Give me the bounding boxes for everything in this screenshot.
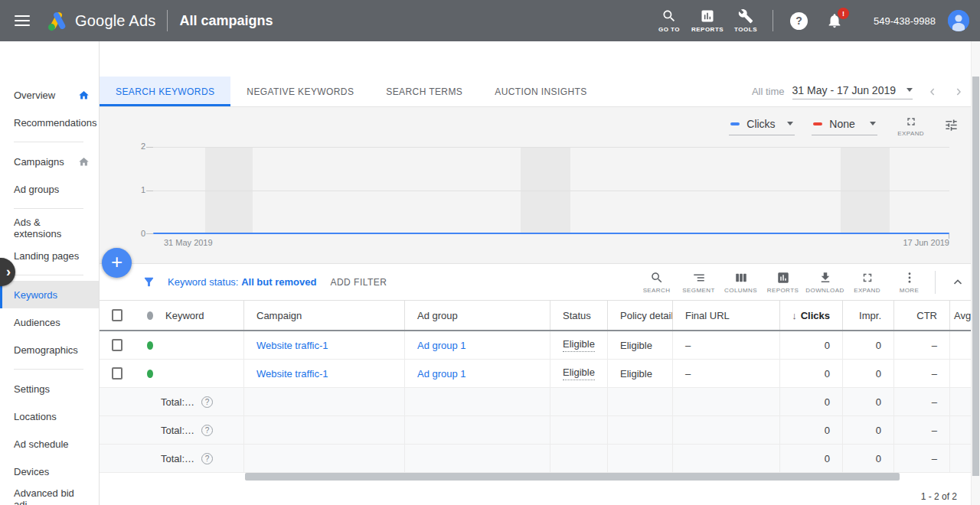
filter-funnel-icon	[142, 275, 155, 288]
gridline	[153, 147, 949, 148]
campaign-link[interactable]: Website traffic-1	[256, 368, 328, 380]
next-period-button[interactable]	[952, 86, 965, 98]
sidebar-item-locations[interactable]: Locations	[0, 402, 99, 430]
clicks-series-line	[153, 233, 949, 234]
select-all-checkbox[interactable]	[112, 309, 122, 321]
tab-auction-insights[interactable]: AUCTION INSIGHTS	[479, 77, 603, 106]
ad-group-link[interactable]: Ad group 1	[417, 368, 466, 380]
column-header-final-url[interactable]: Final URL	[672, 301, 779, 330]
help-icon: ?	[790, 12, 808, 30]
sidebar-item-demographics[interactable]: Demographics	[0, 336, 99, 363]
column-header-keyword[interactable]: Keyword	[165, 301, 243, 330]
x-axis-start-label: 31 May 2019	[153, 238, 213, 247]
reports-tool-button[interactable]: REPORTS	[762, 271, 804, 294]
campaign-link[interactable]: Website traffic-1	[256, 340, 328, 351]
status-value[interactable]: Eligible	[563, 338, 595, 352]
home-icon	[78, 90, 90, 101]
status-dot-header-icon	[147, 311, 153, 320]
help-icon[interactable]: ?	[201, 425, 213, 436]
toolbar-divider	[935, 271, 936, 294]
sidebar-item-ad-schedule[interactable]: Ad schedule	[0, 430, 99, 458]
search-icon	[662, 8, 677, 24]
expand-tool-button[interactable]: EXPAND	[846, 271, 888, 294]
sidebar-item-advanced-bid-adj[interactable]: Advanced bid adj.	[0, 485, 99, 505]
user-avatar[interactable]	[948, 10, 969, 31]
segment-tool-button[interactable]: SEGMENT	[678, 271, 720, 294]
tab-search-keywords[interactable]: SEARCH KEYWORDS	[100, 77, 230, 106]
metric-1-selector[interactable]: Clicks	[729, 118, 795, 135]
sidebar-item-audiences[interactable]: Audiences	[0, 308, 99, 336]
header-spacer	[100, 41, 980, 77]
tab-negative-keywords[interactable]: NEGATIVE KEYWORDS	[230, 77, 370, 106]
column-header-policy-details[interactable]: Policy details	[607, 301, 672, 330]
sidebar-item-keywords[interactable]: Keywords	[0, 281, 99, 308]
help-icon[interactable]: ?	[201, 453, 213, 464]
expand-icon	[861, 271, 874, 285]
total-impressions-value: 0	[842, 388, 893, 415]
sort-descending-icon: ↓	[792, 310, 797, 321]
vertical-scrollbar-thumb[interactable]	[972, 77, 979, 476]
tools-button[interactable]: TOOLS	[727, 8, 765, 33]
column-header-status[interactable]: Status	[550, 301, 607, 330]
chart-controls: Clicks None EXPAND	[100, 107, 980, 141]
status-dot-enabled-icon	[147, 370, 153, 378]
menu-icon[interactable]	[15, 15, 30, 26]
chart-expand-button[interactable]: EXPAND	[897, 116, 924, 137]
tab-search-terms[interactable]: SEARCH TERMS	[370, 77, 479, 106]
sidebar-item-overview[interactable]: Overview	[0, 81, 99, 109]
sidebar-item-landing-pages[interactable]: Landing pages	[0, 242, 99, 269]
y-axis-label: 2	[100, 142, 145, 151]
notification-badge: !	[838, 8, 849, 19]
column-header-ctr[interactable]: CTR	[893, 301, 949, 330]
add-keyword-fab-button[interactable]: +	[102, 248, 132, 278]
y-axis-label: 1	[100, 185, 145, 194]
sidebar-item-ad-groups[interactable]: Ad groups	[0, 175, 99, 203]
notifications-button[interactable]: !	[826, 12, 843, 29]
column-header-ad-group[interactable]: Ad group	[404, 301, 550, 330]
metric-2-selector[interactable]: None	[812, 118, 877, 135]
row-checkbox[interactable]	[112, 367, 122, 380]
column-header-campaign[interactable]: Campaign	[243, 301, 404, 330]
search-tool-button[interactable]: SEARCH	[635, 271, 678, 294]
collapse-table-button[interactable]	[951, 275, 965, 289]
row-checkbox[interactable]	[112, 339, 122, 351]
date-range-selector[interactable]: 31 May - 17 Jun 2019	[792, 84, 913, 99]
final-url-value: –	[672, 331, 779, 359]
help-icon[interactable]: ?	[201, 396, 213, 408]
download-tool-button[interactable]: DOWNLOAD	[804, 271, 846, 294]
columns-tool-button[interactable]: COLUMNS	[720, 271, 762, 294]
topbar-divider	[773, 10, 773, 31]
status-dot-enabled-icon	[147, 341, 153, 350]
sidebar-item-campaigns[interactable]: Campaigns	[0, 148, 99, 175]
x-axis-end-tick	[949, 234, 949, 239]
column-header-impressions[interactable]: Impr.	[842, 301, 893, 330]
goto-search-button[interactable]: GO TO	[650, 8, 688, 33]
total-label: Total:…	[161, 396, 194, 408]
impressions-value: 0	[842, 360, 893, 387]
previous-period-button[interactable]	[926, 86, 939, 98]
column-header-clicks[interactable]: ↓ Clicks	[779, 301, 842, 330]
filter-toolbar-row: Keyword status: All but removed ADD FILT…	[100, 264, 980, 301]
keyword-status-filter-chip[interactable]: Keyword status: All but removed	[168, 276, 316, 288]
horizontal-scrollbar-thumb[interactable]	[245, 473, 900, 481]
sidebar-item-ads-extensions[interactable]: Ads & extensions	[0, 214, 99, 242]
x-axis-labels: 31 May 2019 17 Jun 2019	[153, 238, 949, 247]
chart-settings-button[interactable]	[944, 118, 959, 132]
total-label: Total:…	[161, 425, 194, 436]
total-clicks-value: 0	[779, 388, 842, 415]
sidebar-divider	[14, 369, 83, 370]
add-filter-button[interactable]: ADD FILTER	[330, 277, 387, 288]
expand-icon	[905, 116, 917, 128]
sidebar-item-label: Audiences	[14, 317, 60, 328]
help-button[interactable]: ?	[790, 12, 808, 30]
chevron-down-icon	[870, 122, 876, 125]
sidebar-item-settings[interactable]: Settings	[0, 375, 99, 402]
sidebar-item-devices[interactable]: Devices	[0, 458, 99, 485]
more-tool-button[interactable]: MORE	[888, 271, 930, 294]
status-value[interactable]: Eligible	[563, 367, 595, 380]
keyword-cell	[165, 331, 243, 359]
sidebar-item-recommendations[interactable]: Recommendations	[0, 109, 99, 136]
reports-button[interactable]: REPORTS	[688, 8, 727, 33]
ad-group-link[interactable]: Ad group 1	[417, 340, 466, 351]
sidebar-divider	[14, 275, 83, 275]
